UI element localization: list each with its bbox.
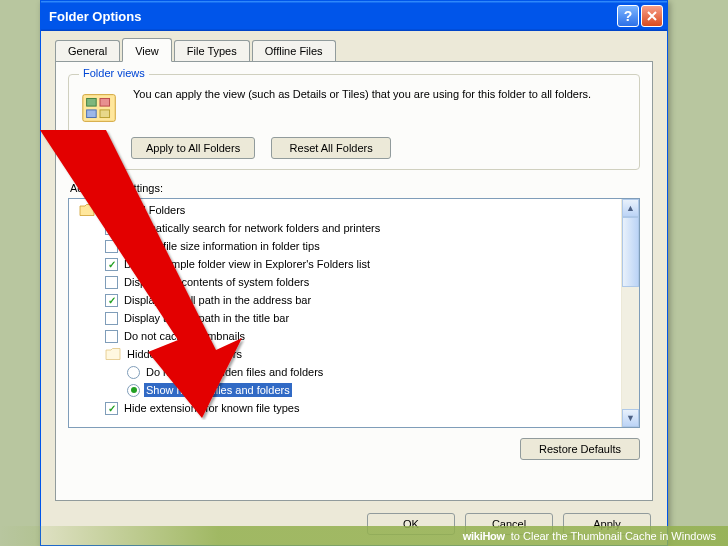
advanced-settings-label: Advanced settings: (70, 182, 640, 194)
tree-item-0[interactable]: ✓Automatically search for network folder… (69, 219, 621, 237)
svg-rect-4 (100, 110, 110, 118)
checkbox-icon[interactable]: ✓ (105, 222, 118, 235)
tab-panel-view: Folder views You can apply the view (suc… (55, 61, 653, 501)
tree-item-label: Do not cache thumbnails (122, 329, 247, 343)
radio-icon[interactable] (127, 366, 140, 379)
wikihow-caption: to Clear the Thumbnail Cache in Windows (511, 530, 716, 542)
svg-rect-1 (87, 98, 97, 106)
titlebar[interactable]: Folder Options ? (41, 1, 667, 31)
tree-item-label: Display the full path in the address bar (122, 293, 313, 307)
tree-item-10[interactable]: ✓Hide extensions for known file types (69, 399, 621, 417)
tab-strip: General View File Types Offline Files (55, 40, 653, 62)
tree-item-label: Automatically search for network folders… (122, 221, 382, 235)
close-icon (646, 10, 658, 22)
scroll-thumb[interactable] (622, 217, 639, 287)
checkbox-icon[interactable] (105, 330, 118, 343)
radio-icon[interactable] (127, 384, 140, 397)
checkbox-icon[interactable]: ✓ (105, 294, 118, 307)
apply-to-all-folders-button[interactable]: Apply to All Folders (131, 137, 255, 159)
checkbox-icon[interactable] (105, 312, 118, 325)
tree-item-8[interactable]: Do not show hidden files and folders (69, 363, 621, 381)
scroll-up-button[interactable]: ▲ (622, 199, 639, 217)
wikihow-logo: wikiHow (463, 530, 505, 542)
checkbox-icon[interactable]: ✓ (105, 402, 118, 415)
tree-item-label: Display simple folder view in Explorer's… (122, 257, 372, 271)
folder-views-text: You can apply the view (such as Details … (133, 87, 629, 102)
dialog-content: General View File Types Offline Files Fo… (41, 31, 667, 509)
tab-offline-files[interactable]: Offline Files (252, 40, 336, 62)
tree-item-7[interactable]: Hidden files and folders (69, 345, 621, 363)
tree-item-6[interactable]: Do not cache thumbnails (69, 327, 621, 345)
tree-item-4[interactable]: ✓Display the full path in the address ba… (69, 291, 621, 309)
tab-file-types[interactable]: File Types (174, 40, 250, 62)
checkbox-icon[interactable] (105, 240, 118, 253)
scroll-down-button[interactable]: ▼ (622, 409, 639, 427)
folder-views-icon (79, 87, 121, 129)
tree-item-label: Display the contents of system folders (122, 275, 311, 289)
tab-view[interactable]: View (122, 38, 172, 62)
tree-item-label: Hidden files and folders (125, 347, 244, 361)
restore-defaults-button[interactable]: Restore Defaults (520, 438, 640, 460)
advanced-settings-tree[interactable]: Files and Folders✓Automatically search f… (68, 198, 640, 428)
tree-item-label: Display the full path in the title bar (122, 311, 291, 325)
close-button[interactable] (641, 5, 663, 27)
scroll-track[interactable] (622, 287, 639, 409)
folder-options-dialog: Folder Options ? General View File Types… (40, 0, 668, 546)
tree-item-label: Display file size information in folder … (122, 239, 322, 253)
folder-views-legend: Folder views (79, 67, 149, 79)
window-title: Folder Options (49, 9, 615, 24)
scrollbar[interactable]: ▲ ▼ (621, 199, 639, 427)
tree-item-2[interactable]: ✓Display simple folder view in Explorer'… (69, 255, 621, 273)
tree-item-label: Show hidden files and folders (144, 383, 292, 397)
tab-general[interactable]: General (55, 40, 120, 62)
svg-rect-2 (100, 98, 110, 106)
tree-item-9[interactable]: Show hidden files and folders (69, 381, 621, 399)
checkbox-icon[interactable]: ✓ (105, 258, 118, 271)
tree-item-3[interactable]: Display the contents of system folders (69, 273, 621, 291)
help-button[interactable]: ? (617, 5, 639, 27)
checkbox-icon[interactable] (105, 276, 118, 289)
folder-views-group: Folder views You can apply the view (suc… (68, 74, 640, 170)
tree-root-label: Files and Folders (99, 203, 187, 217)
tree-root-files-and-folders[interactable]: Files and Folders (69, 201, 621, 219)
tree-item-label: Do not show hidden files and folders (144, 365, 325, 379)
wikihow-watermark: wikiHow to Clear the Thumbnail Cache in … (0, 526, 728, 546)
svg-rect-3 (87, 110, 97, 118)
tree-item-5[interactable]: Display the full path in the title bar (69, 309, 621, 327)
tree-item-label: Hide extensions for known file types (122, 401, 301, 415)
tree-item-1[interactable]: Display file size information in folder … (69, 237, 621, 255)
reset-all-folders-button[interactable]: Reset All Folders (271, 137, 391, 159)
